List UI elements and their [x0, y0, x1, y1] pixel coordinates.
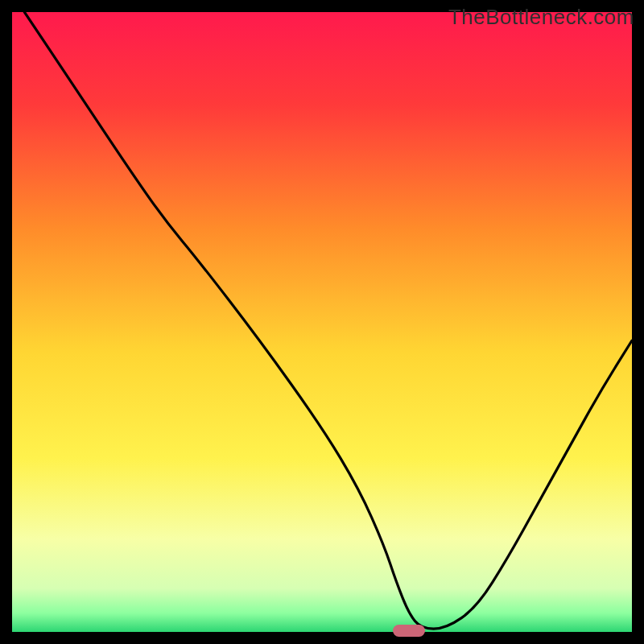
- curve-path: [24, 12, 632, 629]
- bottleneck-chart: TheBottleneck.com: [0, 0, 644, 644]
- watermark-text: TheBottleneck.com: [448, 5, 634, 30]
- bottleneck-curve: [12, 12, 632, 632]
- optimal-marker: [393, 625, 425, 637]
